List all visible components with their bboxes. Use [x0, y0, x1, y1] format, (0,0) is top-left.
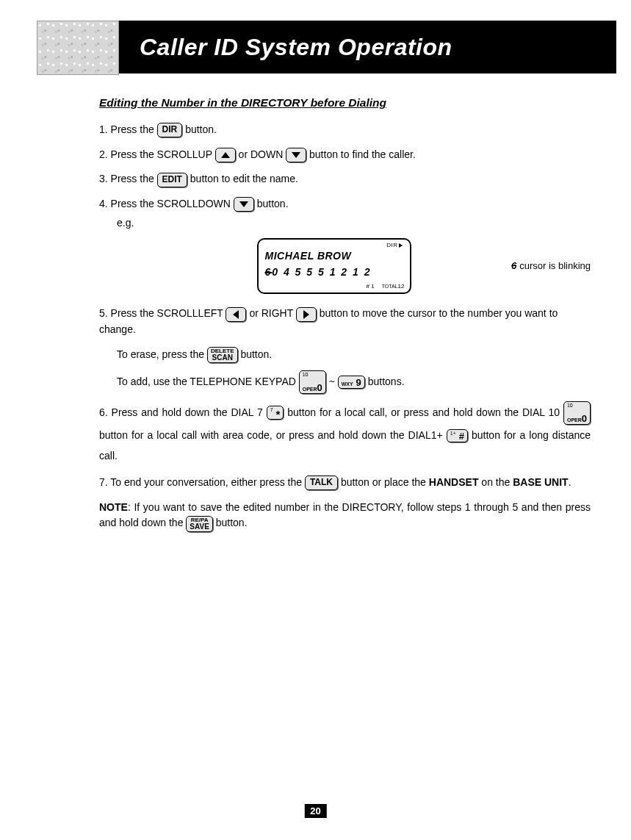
step-3-text-a: 3. Press the — [99, 173, 157, 184]
tilde-range: ~ — [329, 376, 338, 387]
note-text-b: button. — [216, 517, 248, 528]
cursor-note-text: cursor is blinking — [519, 259, 591, 273]
step-1-text-a: 1. Press the — [99, 123, 157, 135]
step-5-add-a: To add, use the TELEPHONE KEYPAD — [117, 376, 299, 387]
lcd-hash: # 1 — [367, 282, 375, 291]
keypad-9-button: WXY 9 — [338, 376, 365, 389]
step-2-text-c: button to find the caller. — [309, 148, 416, 160]
step-6-text-a: 6. Press and hold down the DIAL 7 — [99, 406, 267, 418]
step-7-text-d: . — [569, 476, 571, 488]
lcd-example-row: DIR MICHAEL BROW 60 4 5 5 5 1 2 1 2 # 1 … — [165, 234, 591, 298]
step-6-text-b: button for a local call, or press and ho… — [287, 406, 563, 418]
keypad-hash-button: 1+ # — [447, 429, 468, 442]
step-4: 4. Press the SCROLLDOWN button. — [99, 196, 591, 212]
scroll-up-icon — [215, 148, 236, 162]
keypad-0-main-2: 0 — [582, 413, 587, 424]
base-unit-bold: BASE UNIT — [513, 476, 568, 488]
scroll-left-icon — [226, 307, 246, 322]
step-3-text-b: button to edit the name. — [190, 173, 298, 184]
lcd-display: DIR MICHAEL BROW 60 4 5 5 5 1 2 1 2 # 1 … — [257, 238, 411, 294]
step-5-erase: To erase, press the DELETE SCAN button. — [117, 347, 591, 363]
lcd-number: 60 4 5 5 5 1 2 1 2 — [264, 265, 404, 281]
example-label: e.g. — [117, 215, 591, 231]
page-number: 20 — [304, 804, 326, 818]
cursor-sample-char: 6 — [511, 259, 516, 273]
step-6: 6. Press and hold down the DIAL 7 7 * bu… — [99, 401, 591, 466]
content-body: Editing the Number in the DIRECTORY befo… — [99, 94, 591, 541]
step-4-text-a: 4. Press the SCROLLDOWN — [99, 198, 234, 209]
keypad-0-sub: OPER — [303, 387, 317, 392]
keypad-0-sup: 10 — [303, 372, 309, 377]
lcd-number-cursor-digit: 6 — [264, 266, 272, 278]
lcd-total-value: 12 — [398, 283, 405, 290]
keypad-star-main: * — [275, 408, 280, 420]
keypad-star-button: 7 * — [267, 406, 284, 420]
keypad-hash-main: # — [459, 431, 464, 442]
step-1-text-b: button. — [185, 123, 217, 135]
dir-button: DIR — [157, 123, 183, 137]
step-3: 3. Press the EDIT button to edit the nam… — [99, 171, 591, 187]
delete-scan-button: DELETE SCAN — [207, 347, 238, 363]
step-5: 5. Press the SCROLLLEFT or RIGHT button … — [99, 306, 591, 337]
keypad-star-sup: 7 — [270, 407, 273, 412]
delete-label-bot: SCAN — [211, 354, 234, 362]
repa-bot: SAVE — [190, 523, 209, 531]
step-2: 2. Press the SCROLLUP or DOWN button to … — [99, 147, 591, 163]
scroll-down-icon — [286, 148, 306, 162]
keypad-9-sub: WXY — [342, 381, 353, 387]
note-block: NOTE: If you want to save the edited num… — [99, 500, 591, 532]
section-heading: Editing the Number in the DIRECTORY befo… — [99, 94, 591, 112]
handset-bold: HANDSET — [429, 476, 479, 488]
keypad-0-sup-2: 10 — [567, 403, 573, 408]
lcd-name: MICHAEL BROW — [264, 248, 404, 265]
step-6-text-c: button for a local call with area code, … — [99, 429, 447, 441]
keypad-0-button-2: 10 OPER0 — [563, 401, 591, 425]
decorative-static-image — [37, 21, 119, 75]
keypad-0-main: 0 — [317, 382, 322, 393]
step-5-text-b: or RIGHT — [249, 307, 296, 319]
note-text-a: : If you want to save the edited number … — [99, 501, 591, 529]
edit-button: EDIT — [157, 173, 187, 187]
page-header: Caller ID System Operation — [37, 21, 616, 73]
scroll-right-icon — [296, 307, 317, 322]
step-4-text-b: button. — [257, 198, 289, 209]
step-7-text-b: button or place the — [341, 476, 429, 488]
step-7: 7. To end your conversation, either pres… — [99, 475, 591, 491]
page-title: Caller ID System Operation — [119, 21, 616, 73]
lcd-number-rest: 0 4 5 5 5 1 2 1 2 — [272, 266, 371, 278]
talk-button: TALK — [305, 475, 338, 490]
repa-save-button: RE/PA SAVE — [186, 516, 213, 532]
step-5-add: To add, use the TELEPHONE KEYPAD 10 OPER… — [117, 370, 591, 394]
step-7-text-c: on the — [481, 476, 513, 488]
scroll-down-icon — [234, 197, 254, 212]
lcd-total-label: TOTAL — [382, 284, 398, 289]
step-5-text-a: 5. Press the SCROLLLEFT — [99, 307, 226, 319]
step-2-text-b: or DOWN — [239, 148, 286, 160]
keypad-hash-sup: 1+ — [450, 431, 456, 436]
step-1: 1. Press the DIR button. — [99, 122, 591, 138]
keypad-0-button: 10 OPER0 — [299, 370, 326, 394]
step-5-erase-b: button. — [240, 348, 272, 360]
lcd-dir-indicator: DIR — [386, 241, 403, 250]
keypad-0-sub-2: OPER — [567, 417, 582, 423]
step-5-add-b: buttons. — [368, 376, 405, 387]
step-5-erase-a: To erase, press the — [117, 348, 207, 360]
step-7-text-a: 7. To end your conversation, either pres… — [99, 476, 305, 488]
step-2-text-a: 2. Press the SCROLLUP — [99, 148, 215, 160]
cursor-blink-note: 6 cursor is blinking — [511, 259, 591, 273]
note-label: NOTE — [99, 501, 128, 513]
keypad-9-main: 9 — [356, 377, 361, 388]
